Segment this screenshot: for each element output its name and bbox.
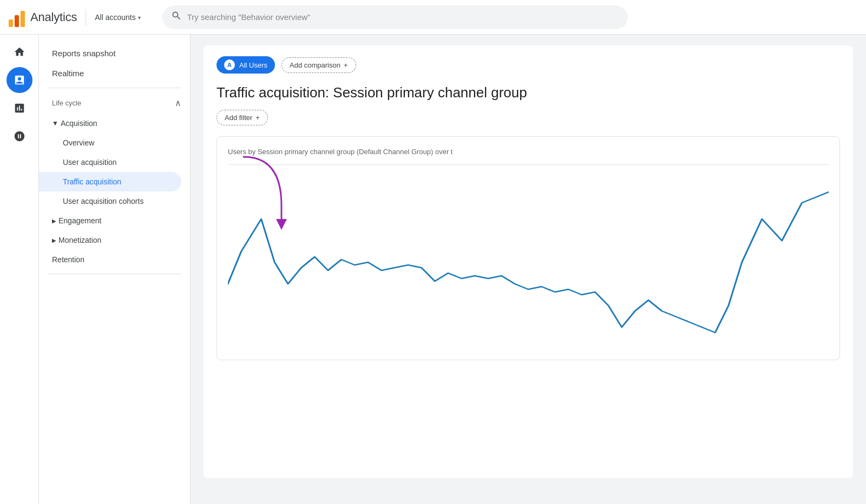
nav-realtime-button[interactable] <box>6 123 32 149</box>
chart-area <box>228 176 829 349</box>
line-chart <box>228 176 829 349</box>
lifecycle-chevron-icon: ∧ <box>175 98 181 108</box>
lifecycle-label: Life cycle <box>52 99 81 107</box>
chart-container: Users by Session primary channel group (… <box>216 136 840 360</box>
main-layout: Reports snapshot Realtime Life cycle ∧ ▼… <box>0 35 866 504</box>
add-filter-label: Add filter <box>225 114 252 122</box>
lifecycle-section-header[interactable]: Life cycle ∧ <box>39 92 190 114</box>
nav-insights-button[interactable] <box>6 95 32 121</box>
header-divider <box>86 9 86 25</box>
logo-bar-1 <box>9 19 13 27</box>
sidebar-reports-snapshot[interactable]: Reports snapshot <box>39 43 190 63</box>
all-accounts-label: All accounts <box>95 13 135 22</box>
add-comparison-button[interactable]: Add comparison + <box>281 57 356 73</box>
sidebar-retention[interactable]: Retention <box>39 250 190 269</box>
all-users-avatar: A <box>224 59 235 70</box>
analytics-logo-icon <box>9 8 25 27</box>
sidebar-overview[interactable]: Overview <box>39 133 190 152</box>
all-users-chip[interactable]: A All Users <box>216 56 275 74</box>
add-filter-plus-icon: + <box>255 114 260 122</box>
filter-bar: Add filter + <box>216 110 840 125</box>
chart-subtitle: Users by Session primary channel group (… <box>228 148 829 156</box>
chart-divider <box>228 164 829 165</box>
search-bar[interactable]: Try searching "Behavior overview" <box>162 5 628 29</box>
app-name: Analytics <box>30 10 77 24</box>
sidebar-divider-1 <box>48 88 181 88</box>
add-filter-button[interactable]: Add filter + <box>216 110 268 125</box>
app-header: Analytics All accounts ▾ Try searching "… <box>0 0 866 35</box>
sidebar-engagement-group[interactable]: ▶ Engagement <box>39 211 190 230</box>
page-title: Traffic acquisition: Session primary cha… <box>216 84 840 101</box>
sidebar-realtime[interactable]: Realtime <box>39 63 190 83</box>
all-accounts-dropdown[interactable]: All accounts ▾ <box>95 13 140 22</box>
add-comparison-label: Add comparison <box>290 61 340 69</box>
add-comparison-plus-icon: + <box>344 61 348 69</box>
sidebar-user-acquisition-cohorts[interactable]: User acquisition cohorts <box>39 191 190 211</box>
sidebar-user-acquisition[interactable]: User acquisition <box>39 152 190 172</box>
acquisition-label: Acquisition <box>61 119 97 128</box>
search-placeholder-text: Try searching "Behavior overview" <box>187 12 311 22</box>
nav-home-button[interactable] <box>6 39 32 65</box>
content-panel: A All Users Add comparison + Traffic acq… <box>204 45 853 478</box>
sidebar-divider-2 <box>48 274 181 274</box>
nav-reports-button[interactable] <box>6 67 32 93</box>
sidebar-traffic-acquisition[interactable]: Traffic acquisition <box>39 172 181 191</box>
sidebar-acquisition-group[interactable]: ▼ Acquisition <box>39 114 190 133</box>
main-content: A All Users Add comparison + Traffic acq… <box>191 35 866 504</box>
logo-area: Analytics <box>9 8 77 27</box>
comparison-bar: A All Users Add comparison + <box>216 56 840 74</box>
icon-nav-bar <box>0 35 39 504</box>
monetization-chevron-icon: ▶ <box>52 237 56 243</box>
monetization-label: Monetization <box>58 236 101 244</box>
sidebar-monetization-group[interactable]: ▶ Monetization <box>39 230 190 250</box>
all-users-label: All Users <box>239 61 267 69</box>
engagement-label: Engagement <box>58 216 101 225</box>
logo-bar-3 <box>21 11 25 27</box>
chevron-down-icon: ▾ <box>138 15 141 21</box>
search-icon <box>171 10 182 24</box>
acquisition-chevron-icon: ▼ <box>52 120 58 127</box>
engagement-chevron-icon: ▶ <box>52 218 56 224</box>
sidebar: Reports snapshot Realtime Life cycle ∧ ▼… <box>39 35 191 504</box>
logo-bar-2 <box>15 15 19 27</box>
